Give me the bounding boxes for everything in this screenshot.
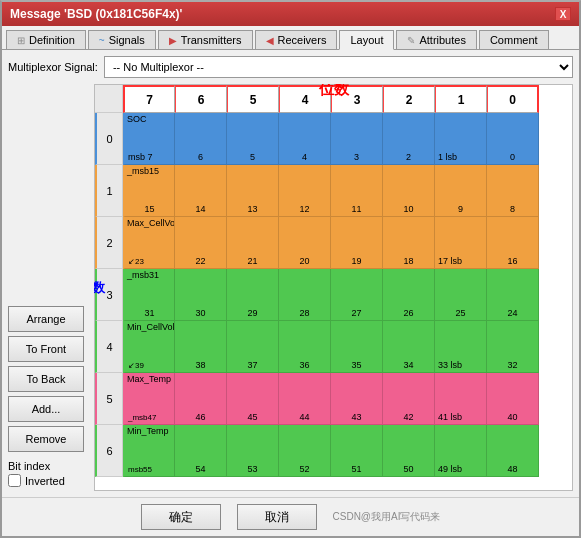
data-cell[interactable]: 0	[487, 113, 539, 165]
table-row: 1 _msb15 15 14 13 12 11 10 9 8	[95, 165, 572, 217]
data-cell[interactable]: 52	[279, 425, 331, 477]
table-row: 0 SOC msb 7 6 5 4 3 2 1 lsb 0	[95, 113, 572, 165]
bit-header-7: 7	[123, 85, 175, 113]
bit-header-6: 6	[175, 85, 227, 113]
data-cell[interactable]: 45	[227, 373, 279, 425]
data-cell[interactable]: 43	[331, 373, 383, 425]
data-cell[interactable]: 22	[175, 217, 227, 269]
data-cell[interactable]: 1 lsb	[435, 113, 487, 165]
data-cell[interactable]: 30	[175, 269, 227, 321]
data-cell[interactable]: 54	[175, 425, 227, 477]
tab-signals[interactable]: ~ Signals	[88, 30, 156, 49]
data-cell[interactable]: 37	[227, 321, 279, 373]
data-cell[interactable]: Max_Temp _msb47	[123, 373, 175, 425]
tab-attributes[interactable]: ✎ Attributes	[396, 30, 476, 49]
footer: 确定 取消 CSDN@我用AI写代码来	[2, 497, 579, 536]
data-cell[interactable]: 35	[331, 321, 383, 373]
cancel-button[interactable]: 取消	[237, 504, 317, 530]
data-cell[interactable]: SOC msb 7	[123, 113, 175, 165]
data-cell[interactable]: 29	[227, 269, 279, 321]
to-front-button[interactable]: To Front	[8, 336, 84, 362]
data-cell[interactable]: 44	[279, 373, 331, 425]
tab-receivers[interactable]: ◀ Receivers	[255, 30, 338, 49]
tab-layout[interactable]: Layout	[339, 30, 394, 50]
data-cell[interactable]: 38	[175, 321, 227, 373]
data-cell[interactable]: 8	[487, 165, 539, 217]
bit-header-5: 5	[227, 85, 279, 113]
data-cell[interactable]: 33 lsb	[435, 321, 487, 373]
bit-header-3: 3	[331, 85, 383, 113]
data-cell[interactable]: 5	[227, 113, 279, 165]
inverted-label: Inverted	[25, 475, 65, 487]
bit-header-0: 0	[487, 85, 539, 113]
data-cell[interactable]: 26	[383, 269, 435, 321]
data-cell[interactable]: 46	[175, 373, 227, 425]
data-cell[interactable]: 19	[331, 217, 383, 269]
data-cell[interactable]: 6	[175, 113, 227, 165]
data-cell[interactable]: 10	[383, 165, 435, 217]
main-area: Arrange To Front To Back Add... Remove B…	[8, 84, 573, 491]
data-cell[interactable]: 41 lsb	[435, 373, 487, 425]
data-cell[interactable]: 9	[435, 165, 487, 217]
data-cell[interactable]: 28	[279, 269, 331, 321]
data-cell[interactable]: 20	[279, 217, 331, 269]
row-label-header	[95, 85, 123, 113]
row-num-1: 1	[95, 165, 123, 217]
data-cell[interactable]: 50	[383, 425, 435, 477]
tab-comment[interactable]: Comment	[479, 30, 549, 49]
data-cell[interactable]: 4	[279, 113, 331, 165]
data-cell[interactable]: Min_CellVolt ↙39	[123, 321, 175, 373]
data-cell[interactable]: _msb15 15	[123, 165, 175, 217]
table-row: 2 Max_CellVolt ↙23 22 21 20 19 18 17 lsb	[95, 217, 572, 269]
data-cell[interactable]: Max_CellVolt ↙23	[123, 217, 175, 269]
data-cell[interactable]: 51	[331, 425, 383, 477]
row-num-4: 4	[95, 321, 123, 373]
titlebar: Message 'BSD (0x181C56F4x)' X	[2, 2, 579, 26]
data-cell[interactable]: 48	[487, 425, 539, 477]
data-cell[interactable]: 18	[383, 217, 435, 269]
remove-button[interactable]: Remove	[8, 426, 84, 452]
data-cell[interactable]: 3	[331, 113, 383, 165]
data-cell[interactable]: 11	[331, 165, 383, 217]
table-row: 5 Max_Temp _msb47 46 45 44 43 42 41 lsb	[95, 373, 572, 425]
bit-header-4: 4	[279, 85, 331, 113]
inverted-checkbox[interactable]	[8, 474, 21, 487]
table-row: 3 _msb31 31 30 29 28 27 26 25 24	[95, 269, 572, 321]
arrange-button[interactable]: Arrange	[8, 306, 84, 332]
grid-scroll[interactable]: 7 6 5 4 3 2 1 0 0	[94, 84, 573, 491]
ok-button[interactable]: 确定	[141, 504, 221, 530]
data-cell[interactable]: 36	[279, 321, 331, 373]
mux-select[interactable]: -- No Multiplexor --	[104, 56, 573, 78]
row-num-3: 3	[95, 269, 123, 321]
tab-transmitters[interactable]: ▶ Transmitters	[158, 30, 253, 49]
to-back-button[interactable]: To Back	[8, 366, 84, 392]
close-button[interactable]: X	[555, 7, 571, 21]
data-cell[interactable]: 25	[435, 269, 487, 321]
data-cell[interactable]: 34	[383, 321, 435, 373]
data-cell[interactable]: 14	[175, 165, 227, 217]
watermark: CSDN@我用AI写代码来	[333, 510, 441, 524]
data-cell[interactable]: 40	[487, 373, 539, 425]
mux-row: Multiplexor Signal: -- No Multiplexor --	[8, 56, 573, 78]
data-cell[interactable]: 13	[227, 165, 279, 217]
grid-wrapper: 7 6 5 4 3 2 1 0 0	[95, 85, 572, 477]
data-cell[interactable]: 32	[487, 321, 539, 373]
row-num-5: 5	[95, 373, 123, 425]
data-cell[interactable]: Min_Temp msb55	[123, 425, 175, 477]
data-cell[interactable]: 12	[279, 165, 331, 217]
data-cell[interactable]: 16	[487, 217, 539, 269]
data-cell[interactable]: 17 lsb	[435, 217, 487, 269]
data-cell[interactable]: 42	[383, 373, 435, 425]
data-cell[interactable]: 53	[227, 425, 279, 477]
row-num-6: 6	[95, 425, 123, 477]
data-cell[interactable]: 49 lsb	[435, 425, 487, 477]
main-window: Message 'BSD (0x181C56F4x)' X ⊞ Definiti…	[0, 0, 581, 538]
data-cell[interactable]: _msb31 31	[123, 269, 175, 321]
data-cell[interactable]: 21	[227, 217, 279, 269]
bit-header-1: 1	[435, 85, 487, 113]
add-button[interactable]: Add...	[8, 396, 84, 422]
tab-definition[interactable]: ⊞ Definition	[6, 30, 86, 49]
data-cell[interactable]: 27	[331, 269, 383, 321]
data-cell[interactable]: 2	[383, 113, 435, 165]
data-cell[interactable]: 24	[487, 269, 539, 321]
